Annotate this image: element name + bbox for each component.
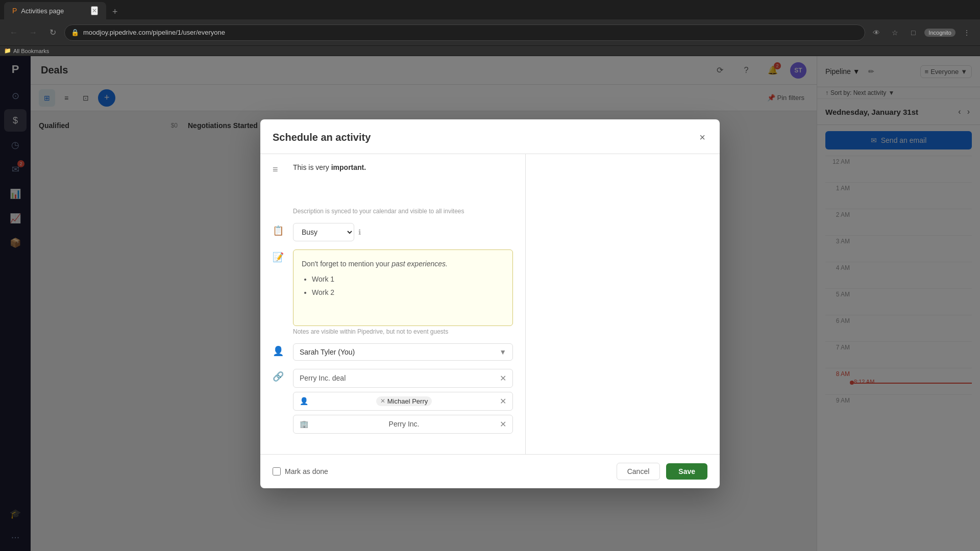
remove-person-tag-button[interactable]: ✕ <box>380 397 385 405</box>
bookmarks-bar: 📁 All Bookmarks <box>0 46 980 56</box>
notes-list: Work 1 Work 2 <box>312 273 504 298</box>
description-hint: Description is synced to your calendar a… <box>293 208 513 215</box>
notes-italic: past experiences. <box>391 260 448 268</box>
mark-done-checkbox[interactable] <box>273 467 281 475</box>
modal-footer: Mark as done Cancel Save <box>260 454 720 488</box>
cancel-button[interactable]: Cancel <box>617 463 660 480</box>
notes-content-wrapper: Don't forget to mention your past experi… <box>293 249 513 335</box>
schedule-activity-modal: Schedule an activity × ≡ This is very im… <box>260 119 720 488</box>
url-text: moodjoy.pipedrive.com/pipeline/1/user/ev… <box>83 29 225 36</box>
status-select-wrapper: Busy Free ℹ <box>293 223 361 241</box>
tab-favicon: P <box>12 7 17 15</box>
mark-done-label[interactable]: Mark as done <box>273 467 328 475</box>
org-icon: 🏢 <box>300 420 308 428</box>
notes-text: Don't forget to mention your past experi… <box>302 258 504 298</box>
bookmarks-label[interactable]: 📁 All Bookmarks <box>4 47 49 54</box>
status-select[interactable]: Busy Free <box>293 223 354 241</box>
tab-close-button[interactable]: ✕ <box>91 6 98 15</box>
description-textarea[interactable] <box>293 173 513 204</box>
modal-left-panel: ≡ This is very important. Description is… <box>260 154 526 454</box>
notes-icon: 📝 <box>273 252 285 263</box>
assignee-content: Sarah Tyler (You) ▼ <box>293 343 513 361</box>
modal-right-panel <box>526 154 720 454</box>
notes-list-item-2: Work 2 <box>312 287 504 298</box>
description-row: ≡ This is very important. Description is… <box>273 162 513 215</box>
linked-deal-row: 🔗 Perry Inc. deal ✕ 👤 ✕ Michael Perry <box>273 369 513 438</box>
linked-org-field: 🏢 Perry Inc. ✕ <box>293 415 513 434</box>
status-row: 📋 Busy Free ℹ <box>273 223 513 241</box>
person-tag-text: Michael Perry <box>387 397 428 405</box>
clear-org-button[interactable]: ✕ <box>500 419 506 429</box>
description-icon: ≡ <box>273 164 285 175</box>
assignee-value: Sarah Tyler (You) <box>300 348 355 356</box>
person-tag: ✕ Michael Perry <box>376 396 432 406</box>
status-info-icon[interactable]: ℹ <box>358 228 361 236</box>
menu-button[interactable]: ⋮ <box>960 26 974 40</box>
clear-person-button[interactable]: ✕ <box>500 396 506 406</box>
browser-tabs: P Activities page ✕ + <box>0 0 980 19</box>
address-bar[interactable]: 🔒 moodjoy.pipedrive.com/pipeline/1/user/… <box>64 24 865 41</box>
assignee-row: 👤 Sarah Tyler (You) ▼ <box>273 343 513 361</box>
ssl-icon: 🔒 <box>71 29 79 36</box>
modal-body: ≡ This is very important. Description is… <box>260 154 720 454</box>
browser-profile-icon[interactable]: □ <box>906 26 920 40</box>
incognito-badge: Incognito <box>924 29 955 37</box>
linked-deal-text: Perry Inc. deal <box>300 374 346 382</box>
tab-title: Activities page <box>21 7 87 15</box>
notes-hint: Notes are visible within Pipedrive, but … <box>293 328 513 335</box>
description-content: This is very important. Description is s… <box>293 162 513 215</box>
description-plain: This is very <box>293 163 331 171</box>
browser-navigation: ← → ↻ 🔒 moodjoy.pipedrive.com/pipeline/1… <box>0 19 980 46</box>
reload-button[interactable]: ↻ <box>45 25 60 40</box>
forward-button[interactable]: → <box>26 25 41 40</box>
linked-deal-field: Perry Inc. deal ✕ <box>293 369 513 388</box>
notes-row: 📝 Don't forget to mention your past expe… <box>273 249 513 335</box>
modal-overlay: Schedule an activity × ≡ This is very im… <box>0 56 980 551</box>
linked-person-field: 👤 ✕ Michael Perry ✕ <box>293 392 513 411</box>
status-icon: 📋 <box>273 225 285 236</box>
clear-deal-button[interactable]: ✕ <box>500 373 506 383</box>
assignee-select[interactable]: Sarah Tyler (You) ▼ <box>293 343 513 361</box>
eye-off-icon[interactable]: 👁 <box>869 26 884 40</box>
nav-extras: 👁 ☆ □ Incognito ⋮ <box>869 26 974 40</box>
active-tab[interactable]: P Activities page ✕ <box>4 2 106 19</box>
link-icon: 🔗 <box>273 371 285 382</box>
modal-title: Schedule an activity <box>273 132 371 143</box>
modal-header: Schedule an activity × <box>260 119 720 154</box>
person-icon: 👤 <box>300 397 308 405</box>
new-tab-button[interactable]: + <box>108 5 122 19</box>
modal-close-button[interactable]: × <box>697 130 707 145</box>
description-text: This is very important. <box>293 162 513 173</box>
assignee-arrow-icon: ▼ <box>499 348 506 356</box>
bookmark-star-icon[interactable]: ☆ <box>888 26 902 40</box>
notes-box-display[interactable]: Don't forget to mention your past experi… <box>293 249 513 326</box>
notes-plain: Don't forget to mention your <box>302 260 391 268</box>
back-button[interactable]: ← <box>6 25 21 40</box>
assignee-icon: 👤 <box>273 345 285 357</box>
linked-fields-content: Perry Inc. deal ✕ 👤 ✕ Michael Perry ✕ <box>293 369 513 438</box>
linked-org-text: Perry Inc. <box>389 420 420 428</box>
browser-chrome: P Activities page ✕ + ← → ↻ 🔒 moodjoy.pi… <box>0 0 980 56</box>
app-container: P ⊙ $ ◷ ✉ 2 📊 📈 📦 🎓 ··· Deals ⟳ ? 🔔 2 ST <box>0 56 980 551</box>
description-bold: important. <box>331 163 366 171</box>
notes-list-item-1: Work 1 <box>312 273 504 285</box>
save-button[interactable]: Save <box>666 463 707 480</box>
